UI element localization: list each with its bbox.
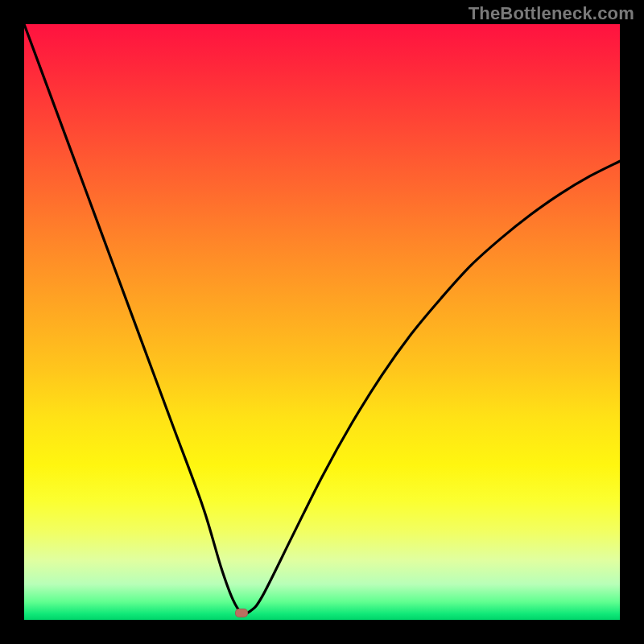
optimum-marker <box>235 609 248 617</box>
plot-area <box>24 24 620 620</box>
watermark-text: TheBottleneck.com <box>469 3 634 24</box>
bottleneck-curve <box>24 24 620 620</box>
chart-frame: TheBottleneck.com <box>0 0 644 644</box>
